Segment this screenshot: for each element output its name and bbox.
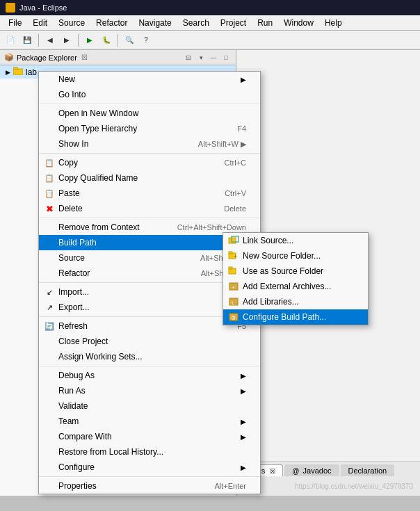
svg-text:+: + bbox=[234, 253, 237, 259]
paste-icon: 📋 bbox=[43, 188, 56, 199]
tree-arrow: ▶ bbox=[6, 69, 10, 76]
toolbar-run[interactable]: ▶ bbox=[82, 33, 97, 48]
menu-refactor[interactable]: Refactor bbox=[90, 17, 133, 29]
ctx-debug-as[interactable]: Debug As ▶ bbox=[39, 368, 260, 383]
ctx-close-project[interactable]: Close Project bbox=[39, 334, 260, 349]
toolbar: 📄 💾 ◀ ▶ ▶ 🐛 🔍 ? bbox=[0, 31, 420, 50]
menu-window[interactable]: Window bbox=[278, 17, 319, 29]
ctx-delete-label: Delete bbox=[58, 204, 83, 213]
ctx-copy-qualified[interactable]: 📋 Copy Qualified Name bbox=[39, 170, 260, 186]
ctx-sep7 bbox=[39, 476, 260, 477]
tab-declaration[interactable]: Declaration bbox=[341, 464, 395, 476]
tab-javadoc[interactable]: @ Javadoc bbox=[284, 464, 339, 476]
ctx-open-new-window[interactable]: Open in New Window bbox=[39, 106, 260, 121]
ctx-open-new-window-label: Open in New Window bbox=[58, 108, 138, 118]
refresh-icon: 🔄 bbox=[43, 321, 56, 332]
menu-help[interactable]: Help bbox=[319, 17, 348, 29]
toolbar-back[interactable]: ◀ bbox=[42, 33, 58, 48]
menu-search[interactable]: Search bbox=[177, 17, 215, 29]
submenu-link-source[interactable]: Link Source... bbox=[223, 233, 368, 248]
menu-source[interactable]: Source bbox=[53, 17, 90, 29]
menu-edit[interactable]: Edit bbox=[27, 17, 53, 29]
submenu-new-source-folder-label: New Source Folder... bbox=[243, 251, 321, 261]
ctx-restore-from-history[interactable]: Restore from Local History... bbox=[39, 444, 260, 460]
tree-item-label: lab bbox=[26, 67, 37, 77]
tab-javadoc-label: Javadoc bbox=[303, 467, 332, 475]
submenu-add-external-archives[interactable]: + Add External Archives... bbox=[223, 279, 368, 294]
ctx-copy[interactable]: 📋 Copy Ctrl+C bbox=[39, 155, 260, 170]
menu-file[interactable]: File bbox=[3, 17, 27, 29]
ctx-copy-shortcut: Ctrl+C bbox=[225, 159, 246, 167]
ctx-validate[interactable]: Validate bbox=[39, 398, 260, 414]
submenu-add-libraries[interactable]: L Add Libraries... bbox=[223, 294, 368, 309]
ctx-assign-working-sets[interactable]: Assign Working Sets... bbox=[39, 349, 260, 364]
svg-rect-2 bbox=[229, 238, 236, 243]
submenu-use-source-folder[interactable]: Use as Source Folder bbox=[223, 263, 368, 279]
ctx-team[interactable]: Team ▶ bbox=[39, 414, 260, 429]
ctx-paste-label: Paste bbox=[58, 188, 80, 198]
panel-max-icon[interactable]: □ bbox=[220, 52, 232, 63]
ctx-open-type-hierarchy-label: Open Type Hierarchy bbox=[58, 124, 137, 133]
toolbar-debug[interactable]: 🐛 bbox=[99, 33, 114, 48]
toolbar-save[interactable]: 💾 bbox=[19, 33, 35, 48]
ctx-properties[interactable]: Properties Alt+Enter bbox=[39, 478, 260, 494]
ctx-new[interactable]: New ▶ bbox=[39, 72, 260, 87]
ctx-sep1 bbox=[39, 104, 260, 104]
ctx-restore-from-history-label: Restore from Local History... bbox=[58, 447, 163, 457]
menu-run[interactable]: Run bbox=[252, 17, 278, 29]
tab-items-close[interactable]: ☒ bbox=[270, 468, 275, 475]
ctx-go-into[interactable]: Go Into bbox=[39, 87, 260, 102]
toolbar-new[interactable]: 📄 bbox=[3, 33, 18, 48]
submenu-new-source-folder[interactable]: + New Source Folder... bbox=[223, 248, 368, 263]
ctx-configure[interactable]: Configure ▶ bbox=[39, 460, 260, 475]
panel-collapse-icon[interactable]: ⊟ bbox=[183, 52, 194, 63]
submenu-configure-build-path-label: Configure Build Path... bbox=[243, 312, 326, 322]
submenu-configure-build-path[interactable]: ⚙ Configure Build Path... bbox=[223, 309, 368, 325]
ctx-show-in-shortcut: Alt+Shift+W ▶ bbox=[198, 140, 246, 149]
ctx-refactor-label: Refactor bbox=[58, 268, 90, 278]
ctx-properties-label: Properties bbox=[58, 481, 97, 491]
svg-rect-5 bbox=[229, 252, 232, 254]
ctx-delete[interactable]: ✖ Delete Delete bbox=[39, 201, 260, 216]
menu-navigate[interactable]: Navigate bbox=[133, 17, 177, 29]
panel-icon: 📦 bbox=[4, 53, 14, 62]
svg-rect-8 bbox=[229, 267, 232, 269]
ctx-paste[interactable]: 📋 Paste Ctrl+V bbox=[39, 186, 260, 201]
toolbar-search[interactable]: 🔍 bbox=[122, 33, 137, 48]
ctx-import-label: Import... bbox=[58, 287, 89, 297]
delete-icon: ✖ bbox=[43, 203, 56, 214]
toolbar-sep2 bbox=[78, 34, 79, 47]
ctx-paste-shortcut: Ctrl+V bbox=[225, 189, 246, 197]
ctx-remove-context-shortcut: Ctrl+Alt+Shift+Down bbox=[177, 223, 246, 232]
copy-icon: 📋 bbox=[43, 157, 56, 168]
toolbar-help[interactable]: ? bbox=[138, 33, 154, 48]
copy-qualified-icon: 📋 bbox=[43, 172, 56, 184]
ctx-compare-with-arrow: ▶ bbox=[241, 433, 246, 441]
panel-badge: ☒ bbox=[81, 54, 88, 61]
ctx-compare-with[interactable]: Compare With ▶ bbox=[39, 429, 260, 444]
svg-text:+: + bbox=[232, 284, 235, 291]
ctx-show-in[interactable]: Show In Alt+Shift+W ▶ bbox=[39, 136, 260, 152]
panel-menu-icon[interactable]: ▾ bbox=[195, 52, 207, 63]
ctx-new-label: New bbox=[58, 74, 75, 84]
tab-declaration-label: Declaration bbox=[348, 467, 387, 475]
ctx-remove-context-label: Remove from Context bbox=[58, 222, 140, 232]
toolbar-sep3 bbox=[118, 34, 118, 47]
export-icon: ↗ bbox=[43, 302, 56, 313]
ctx-refresh-label: Refresh bbox=[58, 321, 88, 331]
ctx-close-project-label: Close Project bbox=[58, 336, 108, 346]
ctx-open-type-hierarchy[interactable]: Open Type Hierarchy F4 bbox=[39, 121, 260, 136]
panel-min-icon[interactable]: — bbox=[208, 52, 219, 63]
ctx-show-in-label: Show In bbox=[58, 139, 88, 149]
ctx-copy-label: Copy bbox=[58, 158, 78, 168]
menu-project[interactable]: Project bbox=[215, 17, 252, 29]
ctx-copy-qualified-label: Copy Qualified Name bbox=[58, 173, 138, 183]
ctx-team-label: Team bbox=[58, 416, 79, 426]
ctx-run-as-label: Run As bbox=[58, 386, 86, 396]
ctx-configure-label: Configure bbox=[58, 462, 95, 472]
build-path-submenu: Link Source... + New Source Folder... bbox=[223, 232, 369, 325]
ctx-run-as[interactable]: Run As ▶ bbox=[39, 383, 260, 398]
toolbar-forward[interactable]: ▶ bbox=[59, 33, 74, 48]
svg-text:⚙: ⚙ bbox=[231, 315, 236, 321]
watermark: https://blog.csdn.net/weixiu_42978370 bbox=[295, 482, 413, 490]
